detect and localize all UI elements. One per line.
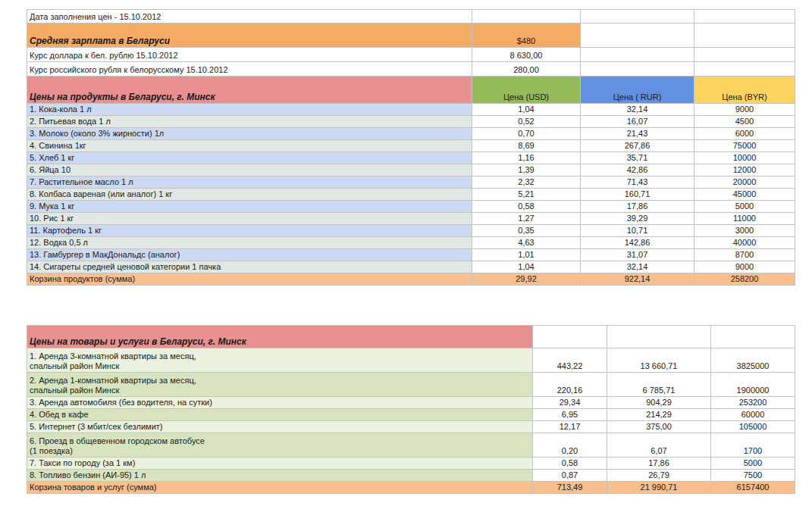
price-byr[interactable]: 5000 [711, 458, 795, 470]
price-rur[interactable]: 39,29 [581, 213, 694, 225]
services-total-label[interactable]: Корзина товаров и услуг (сумма) [27, 482, 533, 494]
price-byr[interactable]: 3825000 [711, 348, 795, 373]
service-label[interactable]: 3. Аренда автомобиля (без водителя, на с… [27, 397, 533, 409]
price-rur[interactable]: 71,43 [581, 176, 694, 189]
price-rur[interactable]: 6 785,71 [607, 373, 711, 397]
price-byr[interactable]: 11000 [694, 213, 795, 225]
price-byr[interactable]: 60000 [711, 409, 795, 421]
rur-rate-value[interactable]: 280,00 [472, 62, 581, 77]
price-byr[interactable]: 6000 [694, 128, 795, 140]
price-usd[interactable]: 0,35 [472, 225, 581, 237]
price-usd[interactable]: 0,58 [472, 201, 581, 213]
price-rur[interactable]: 6,07 [607, 433, 711, 458]
usd-rate-label[interactable]: Курс доллара к бел. рублю 15.10.2012 [27, 48, 472, 62]
salary-label[interactable]: Средняя зарплата в Беларуси [27, 23, 472, 48]
salary-value[interactable]: $480 [472, 23, 581, 48]
products-total-label[interactable]: Корзина продуктов (сумма) [27, 273, 472, 286]
column-header-byr[interactable]: Цена (BYR) [694, 77, 795, 104]
price-byr[interactable]: 4500 [694, 116, 795, 128]
product-label[interactable]: 2. Питьевая вода 1 л [27, 116, 472, 128]
price-rur[interactable]: 375,00 [607, 421, 711, 433]
price-usd[interactable]: 12,17 [533, 421, 607, 433]
services-title[interactable]: Цены на товары и услуги в Беларуси, г. М… [27, 326, 533, 348]
price-rur[interactable]: 32,14 [581, 104, 694, 116]
price-rur[interactable]: 32,14 [581, 261, 694, 273]
services-total-rur[interactable]: 21 990,71 [607, 482, 711, 494]
service-label[interactable]: 8. Топливо бензин (АИ-95) 1 л [27, 470, 533, 482]
price-usd[interactable]: 0,20 [533, 433, 607, 458]
price-rur[interactable]: 17,86 [581, 201, 694, 213]
price-byr[interactable]: 7500 [711, 470, 795, 482]
price-byr[interactable]: 40000 [694, 237, 795, 249]
price-usd[interactable]: 220,16 [533, 373, 607, 397]
price-usd[interactable]: 5,21 [472, 189, 581, 201]
product-label[interactable]: 10. Рис 1 кг [27, 213, 472, 225]
service-label[interactable]: 4. Обед в кафе [27, 409, 533, 421]
price-byr[interactable]: 253200 [711, 397, 795, 409]
price-rur[interactable]: 26,79 [607, 470, 711, 482]
price-byr[interactable]: 5000 [694, 201, 795, 213]
price-rur[interactable]: 13 660,71 [607, 348, 711, 373]
service-label[interactable]: 1. Аренда 3-комнатной квартиры за месяц,… [27, 348, 533, 373]
price-rur[interactable]: 267,86 [581, 140, 694, 152]
product-label[interactable]: 6. Яйца 10 [27, 164, 472, 176]
price-byr[interactable]: 8700 [694, 249, 795, 261]
product-label[interactable]: 8. Колбаса вареная (или аналог) 1 кг [27, 189, 472, 201]
products-total-byr[interactable]: 258200 [694, 273, 795, 286]
price-usd[interactable]: 1,04 [472, 261, 581, 273]
product-label[interactable]: 7. Растительное масло 1 л [27, 176, 472, 189]
empty-cell[interactable] [694, 10, 795, 23]
price-usd[interactable]: 2,32 [472, 176, 581, 189]
price-rur[interactable]: 10,71 [581, 225, 694, 237]
product-label[interactable]: 13. Гамбургер в МакДональдс (аналог) [27, 249, 472, 261]
empty-cell[interactable] [607, 326, 711, 348]
empty-cell[interactable] [581, 10, 694, 23]
price-byr[interactable]: 3000 [694, 225, 795, 237]
price-rur[interactable]: 214,29 [607, 409, 711, 421]
empty-cell[interactable] [581, 48, 694, 62]
empty-cell[interactable] [694, 48, 795, 62]
rur-rate-label[interactable]: Курс российского рубля к белорусскому 15… [27, 62, 472, 77]
product-label[interactable]: 9. Мука 1 кг [27, 201, 472, 213]
price-byr[interactable]: 9000 [694, 261, 795, 273]
price-rur[interactable]: 35,71 [581, 152, 694, 164]
products-total-usd[interactable]: 29,92 [472, 273, 581, 286]
price-usd[interactable]: 0,70 [472, 128, 581, 140]
empty-cell[interactable] [694, 23, 795, 48]
price-rur[interactable]: 21,43 [581, 128, 694, 140]
empty-cell[interactable] [472, 10, 581, 23]
service-label[interactable]: 5. Интернет (3 мбит/сек безлимит) [27, 421, 533, 433]
price-usd[interactable]: 29,34 [533, 397, 607, 409]
column-header-rur[interactable]: Цена ( RUR) [581, 77, 694, 104]
usd-rate-value[interactable]: 8 630,00 [472, 48, 581, 62]
price-usd[interactable]: 1,39 [472, 164, 581, 176]
price-byr[interactable]: 45000 [694, 189, 795, 201]
price-byr[interactable]: 75000 [694, 140, 795, 152]
fill-date-label[interactable]: Дата заполнения цен - 15.10.2012 [27, 10, 472, 23]
products-title[interactable]: Цены на продукты в Беларуси, г. Минск [27, 77, 472, 104]
price-byr[interactable]: 105000 [711, 421, 795, 433]
price-byr[interactable]: 10000 [694, 152, 795, 164]
product-label[interactable]: 4. Свинина 1кг [27, 140, 472, 152]
price-byr[interactable]: 9000 [694, 104, 795, 116]
product-label[interactable]: 12. Водка 0,5 л [27, 237, 472, 249]
price-rur[interactable]: 142,86 [581, 237, 694, 249]
price-rur[interactable]: 31,07 [581, 249, 694, 261]
price-usd[interactable]: 1,04 [472, 104, 581, 116]
services-total-usd[interactable]: 713,49 [533, 482, 607, 494]
price-rur[interactable]: 17,86 [607, 458, 711, 470]
product-label[interactable]: 11. Картофель 1 кг [27, 225, 472, 237]
empty-cell[interactable] [533, 326, 607, 348]
price-rur[interactable]: 16,07 [581, 116, 694, 128]
price-usd[interactable]: 4,63 [472, 237, 581, 249]
price-byr[interactable]: 20000 [694, 176, 795, 189]
service-label[interactable]: 7. Такси по городу (за 1 км) [27, 458, 533, 470]
price-byr[interactable]: 1900000 [711, 373, 795, 397]
price-rur[interactable]: 42,86 [581, 164, 694, 176]
price-usd[interactable]: 6,95 [533, 409, 607, 421]
price-usd[interactable]: 0,87 [533, 470, 607, 482]
product-label[interactable]: 14. Сигареты средней ценовой категории 1… [27, 261, 472, 273]
service-label[interactable]: 6. Проезд в общевенном городском автобус… [27, 433, 533, 458]
services-total-byr[interactable]: 6157400 [711, 482, 795, 494]
product-label[interactable]: 5. Хлеб 1 кг [27, 152, 472, 164]
